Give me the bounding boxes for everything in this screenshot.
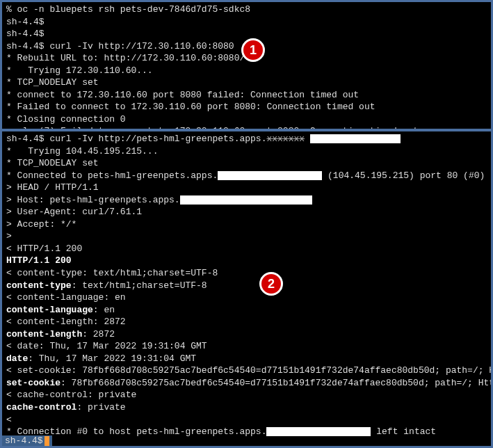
terminal-line: >: [6, 230, 487, 243]
terminal-line: content-type: text/html;charset=UTF-8: [6, 280, 487, 292]
terminal-line: < content-type: text/html;charset=UTF-8: [6, 267, 487, 280]
terminal-line: curl: (7) Failed to connect to 172.30.11…: [6, 125, 487, 131]
terminal-line: date: Thu, 17 Mar 2022 19:31:04 GMT: [6, 353, 487, 365]
terminal-line: > Host: pets-hml-greenpets.apps.: [6, 194, 487, 207]
terminal-line: cache-control: private: [6, 401, 487, 414]
terminal-line: * connect to 172.30.110.60 port 8080 fai…: [6, 89, 487, 102]
terminal-line: sh-4.4$: [6, 28, 487, 40]
terminal-line: > Accept: */*: [6, 218, 487, 231]
terminal-line: % oc -n bluepets rsh pets-dev-7846d7d75-…: [6, 3, 487, 16]
terminal-line: * TCP_NODELAY set: [6, 77, 487, 89]
terminal-line: < cache-control: private: [6, 389, 487, 401]
terminal-line: set-cookie: 78fbf668d708c59275ac7bedf6c5…: [6, 377, 487, 390]
terminal-line: * Failed to connect to 172.30.110.60 por…: [6, 101, 487, 113]
terminal-line: < date: Thu, 17 Mar 2022 19:31:04 GMT: [6, 340, 487, 353]
terminal-line: * TCP_NODELAY set: [6, 157, 487, 170]
terminal-line: < content-language: en: [6, 291, 487, 304]
terminal-pane-1[interactable]: % oc -n bluepets rsh pets-dev-7846d7d75-…: [2, 2, 491, 131]
annotation-badge-1: 1: [241, 38, 265, 62]
terminal-line: * Connected to pets-hml-greenpets.apps. …: [6, 170, 487, 182]
cursor: [45, 436, 49, 446]
terminal-line: * Trying 172.30.110.60...: [6, 65, 487, 77]
terminal-line: sh-4.4$: [6, 16, 487, 29]
terminal-line: > User-Agent: curl/7.61.1: [6, 206, 487, 218]
terminal-line: * Connection #0 to host pets-hml-greenpe…: [6, 426, 487, 438]
terminal-window: 1 2 % oc -n bluepets rsh pets-dev-7846d7…: [0, 0, 493, 448]
terminal-pane-2[interactable]: sh-4.4$ curl -Iv http://pets-hml-greenpe…: [2, 131, 491, 443]
terminal-line: sh-4.4$ curl -Iv http://pets-hml-greenpe…: [6, 133, 487, 145]
status-bar: sh-4.4$: [2, 435, 52, 446]
terminal-line: <: [6, 414, 487, 426]
terminal-line: HTTP/1.1 200: [6, 255, 487, 267]
prompt: sh-4.4$: [5, 435, 43, 446]
annotation-badge-2: 2: [259, 272, 283, 296]
terminal-line: < set-cookie: 78fbf668d708c59275ac7bedf6…: [6, 365, 487, 377]
terminal-line: < HTTP/1.1 200: [6, 243, 487, 255]
terminal-line: * Closing connection 0: [6, 113, 487, 126]
terminal-line: content-language: en: [6, 304, 487, 317]
terminal-line: < content-length: 2872: [6, 316, 487, 328]
terminal-line: > HEAD / HTTP/1.1: [6, 182, 487, 194]
terminal-line: * Trying 104.45.195.215...: [6, 145, 487, 158]
terminal-line: content-length: 2872: [6, 328, 487, 341]
